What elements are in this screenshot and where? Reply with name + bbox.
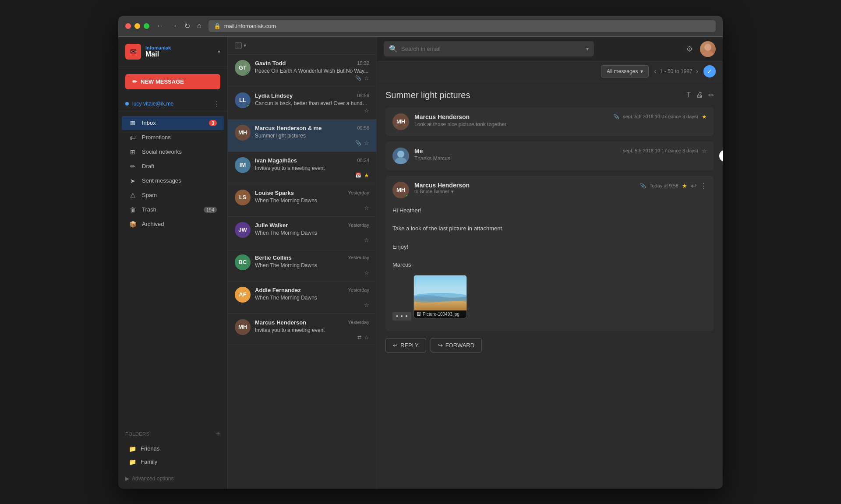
avatar: LS [235,190,251,205]
email-content: Louise Sparks Yesterday When The Morning… [255,190,369,211]
sidebar-item-social[interactable]: ⊞ Social networks [122,145,224,159]
close-button[interactable] [125,23,131,29]
folder-item-family[interactable]: 📁 Family [125,455,220,469]
list-item[interactable]: IM Ivan Magalhães 08:24 Invites you to a… [228,152,376,184]
file-icon: 🖼 [417,312,421,317]
account-switcher-button[interactable]: ▾ [218,49,220,55]
thread-title: Summer light pictures [385,90,470,100]
message-sender: Marcus Henderson [414,182,635,189]
star-button[interactable]: ☆ [364,140,369,146]
email-list-header: ▾ [228,37,376,55]
list-item[interactable]: JW Julie Walker Yesterday When The Morni… [228,217,376,249]
search-bar[interactable]: 🔍 ▾ [384,41,594,56]
edit-icon[interactable]: ✏ [708,91,714,99]
message-body: Hi Heather! Take a look of the last pict… [385,204,714,331]
email-subject: Peace On Earth A Wonderful Wish But No W… [255,68,369,74]
maximize-button[interactable] [144,23,149,29]
advanced-options[interactable]: ▶ Advanced options [118,472,227,489]
sidebar-item-spam[interactable]: ⚠ Spam [122,188,224,202]
star-button[interactable]: ★ [364,172,369,179]
select-all-area[interactable]: ▾ [235,42,246,49]
minimize-button[interactable] [134,23,140,29]
more-actions-button[interactable]: ⋮ [700,182,707,190]
home-button[interactable]: ⌂ [195,20,203,32]
sidebar-item-promotions[interactable]: 🏷 Promotions [122,130,224,145]
star-button[interactable]: ☆ [364,75,369,81]
user-avatar[interactable] [700,41,716,57]
trash-badge: 194 [204,207,217,213]
search-dropdown-icon[interactable]: ▾ [586,46,589,52]
list-item[interactable]: MH Marcus Henderson Yesterday Invites yo… [228,314,376,346]
account-info: lucy-vitale@ik.me [125,101,173,107]
star-button[interactable]: ★ [702,113,707,120]
list-item[interactable]: BC Bertie Collins Yesterday When The Mor… [228,249,376,282]
filter-button[interactable]: All messages ▾ [601,65,649,78]
next-page-button[interactable]: › [696,67,698,75]
add-folder-button[interactable]: + [216,430,220,439]
sidebar-item-inbox[interactable]: ✉ Inbox 3 [122,116,224,130]
message-timestamp: sept. 5th 2018 10:07 (since 3 days) [623,114,698,119]
refresh-button[interactable]: ↻ [183,20,192,32]
email-content: Bertie Collins Yesterday When The Mornin… [255,254,369,276]
star-button[interactable]: ☆ [364,269,369,276]
message-info: Me Thanks Marcus! [414,148,618,162]
brand-text: Infomaniak Mail [145,45,171,58]
text-size-icon[interactable]: T [686,91,691,99]
address-bar[interactable]: 🔒 mail.infomaniak.com [208,20,716,32]
prev-page-button[interactable]: ‹ [654,67,656,75]
brand-app: Mail [145,50,171,58]
app-container: ✉ Infomaniak Mail ▾ ✏ NEW MESSAGE lucy-v… [118,37,723,489]
star-button[interactable]: ☆ [364,302,369,308]
account-menu-button[interactable]: ⋮ [213,100,220,108]
show-more-button[interactable]: • • • [392,312,411,321]
forward-button[interactable]: → [169,20,179,32]
message-info: Marcus Henderson Look at those nice pict… [414,113,608,127]
avatar: MH [392,182,409,198]
reply-button[interactable]: ↩ REPLY [385,338,426,352]
email-subject: Invites you to a meeting event [255,165,369,171]
url-text: mail.infomaniak.com [224,23,276,29]
reply-button[interactable]: ↩ [691,182,696,190]
star-button[interactable]: ☆ [364,237,369,243]
social-icon: ⊞ [129,148,137,155]
message-header[interactable]: MH Marcus Henderson to Bruce Banner ▾ [385,176,714,204]
attachment-preview[interactable]: 🖼 Picture-100493.jpg [413,275,467,318]
list-item[interactable]: MH Marcus Henderson & me 09:58 Summer li… [228,120,376,152]
avatar: LL [235,92,251,108]
star-button[interactable]: ☆ [702,148,707,154]
folder-item-friends[interactable]: 📁 Friends [125,442,220,455]
sidebar-item-trash[interactable]: 🗑 Trash 194 [122,203,224,217]
search-input[interactable] [401,46,583,52]
folder-icon: 📁 [129,458,136,465]
sidebar-item-draft[interactable]: ✏ Draft [122,159,224,173]
online-indicator [247,104,251,108]
new-message-button[interactable]: ✏ NEW MESSAGE [125,74,220,89]
sidebar-item-sent[interactable]: ➤ Sent messages [122,174,224,188]
list-item[interactable]: GT Gavin Todd 15:32 Peace On Earth A Won… [228,55,376,87]
select-dropdown-icon[interactable]: ▾ [244,42,246,49]
sender-name: Lydia Lindsey [255,92,293,99]
attachment-filename: Picture-100493.jpg [423,312,459,317]
print-icon[interactable]: 🖨 [696,91,703,99]
message-header[interactable]: Me Thanks Marcus! sept. 5th 2018 10:17 (… [385,141,714,170]
list-item[interactable]: AF Addie Fernandez Yesterday When The Mo… [228,282,376,314]
settings-button[interactable]: ⚙ [686,44,693,54]
sidebar-item-archived[interactable]: 📦 Archived [122,217,224,231]
email-header-row: Louise Sparks Yesterday [255,190,369,196]
email-subject: When The Morning Dawns [255,197,369,204]
message-text: Hi Heather! Take a look of the last pict… [392,206,707,270]
list-item[interactable]: LL Lydia Lindsey 09:58 Cancun is back, b… [228,87,376,120]
star-button[interactable]: ☆ [364,204,369,211]
back-button[interactable]: ← [155,20,165,32]
brand-name: Infomaniak [145,45,171,50]
star-button[interactable]: ★ [682,183,687,189]
list-item[interactable]: LS Louise Sparks Yesterday When The Morn… [228,184,376,217]
avatar: BC [235,254,251,270]
forward-button[interactable]: ↪ FORWARD [431,338,482,352]
message-header[interactable]: MH Marcus Henderson Look at those nice p… [385,107,714,136]
message-card: Me Thanks Marcus! sept. 5th 2018 10:17 (… [385,141,714,170]
star-button[interactable]: ☆ [364,334,369,341]
select-all-checkbox[interactable] [235,42,242,49]
email-list: ▾ GT Gavin Todd 15:32 Peace On Ear [228,37,377,489]
star-button[interactable]: ☆ [364,107,369,114]
